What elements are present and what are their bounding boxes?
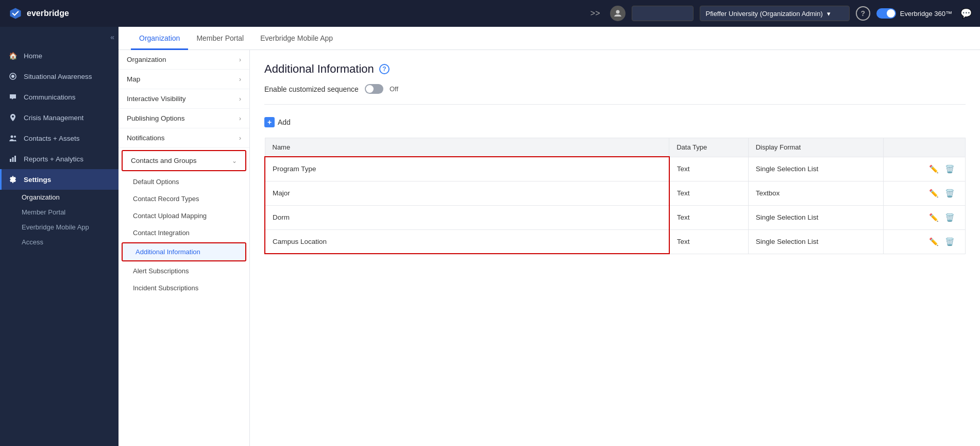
settings-icon <box>8 175 18 184</box>
sec-sidebar-sub-additional-information[interactable]: Additional Information <box>123 243 245 260</box>
sec-sidebar-item-organization[interactable]: Organization › <box>119 50 249 70</box>
cell-data-type-0: Text <box>669 157 749 181</box>
svg-rect-8 <box>14 156 16 162</box>
svg-rect-7 <box>12 157 14 162</box>
main-panel: Additional Information ? Enable customiz… <box>250 50 980 446</box>
table-row: MajorTextTextbox✏️🗑️ <box>265 181 966 205</box>
delete-button-0[interactable]: 🗑️ <box>942 163 958 175</box>
panel-title-row: Additional Information ? <box>264 62 966 76</box>
cell-name-3: Campus Location <box>265 229 669 254</box>
crisis-management-icon <box>8 113 18 122</box>
toggle-label: Enable customized sequence <box>264 85 359 93</box>
cell-actions-1: ✏️🗑️ <box>884 181 966 205</box>
org-dropdown-icon: ▾ <box>827 10 831 18</box>
svg-rect-6 <box>10 159 11 162</box>
sidebar-sub-member-portal[interactable]: Member Portal <box>0 205 119 220</box>
tab-bar: Organization Member Portal Everbridge Mo… <box>119 27 980 50</box>
home-icon: 🏠 <box>8 51 18 60</box>
toggle-row: Enable customized sequence Off <box>264 84 966 105</box>
org-selector[interactable]: Pfieffer University (Organization Admin)… <box>700 6 849 21</box>
sidebar-item-label-reports: Reports + Analytics <box>24 155 83 163</box>
edit-button-3[interactable]: ✏️ <box>926 236 942 248</box>
sec-sidebar-sub-alert-subscriptions[interactable]: Alert Subscriptions <box>119 262 249 279</box>
sidebar-item-home[interactable]: 🏠 Home <box>0 45 119 66</box>
delete-button-1[interactable]: 🗑️ <box>942 187 958 200</box>
sidebar-item-communications[interactable]: Communications <box>0 87 119 107</box>
sidebar-item-situational-awareness[interactable]: Situational Awareness <box>0 66 119 87</box>
chevron-right-icon: › <box>239 56 241 63</box>
tab-everbridge-mobile-app[interactable]: Everbridge Mobile App <box>252 27 341 50</box>
page-content: Organization › Map › Interactive Visibil… <box>119 50 980 446</box>
sidebar-item-label-crisis: Crisis Management <box>24 114 83 122</box>
help-icon[interactable]: ? <box>379 64 390 74</box>
column-header-actions <box>884 138 966 157</box>
sec-sidebar-sub-contact-upload-mapping[interactable]: Contact Upload Mapping <box>119 207 249 224</box>
customized-sequence-toggle[interactable] <box>365 84 383 94</box>
sidebar-collapse-button[interactable]: « <box>0 31 119 45</box>
edit-button-2[interactable]: ✏️ <box>926 211 942 224</box>
main-sidebar: « 🏠 Home Situational Awareness Communica… <box>0 27 119 446</box>
user-select-dropdown[interactable] <box>632 6 694 21</box>
sec-sidebar-item-map[interactable]: Map › <box>119 70 249 89</box>
tab-member-portal[interactable]: Member Portal <box>188 27 252 50</box>
reports-analytics-icon <box>8 154 18 163</box>
sidebar-item-label-home: Home <box>24 52 42 60</box>
sidebar-item-reports-analytics[interactable]: Reports + Analytics <box>0 148 119 169</box>
cell-display-format-2: Single Selection List <box>748 205 884 229</box>
additional-info-table: Name Data Type Display Format Program Ty… <box>264 138 966 254</box>
cell-name-2: Dorm <box>265 205 669 229</box>
sec-sidebar-sub-contact-integration[interactable]: Contact Integration <box>119 224 249 241</box>
help-button[interactable]: ? <box>856 6 870 21</box>
chevron-right-icon: › <box>239 76 241 83</box>
svg-point-3 <box>12 115 14 118</box>
svg-point-4 <box>11 136 13 138</box>
add-button-label: Add <box>278 118 291 126</box>
sec-sidebar-sub-incident-subscriptions[interactable]: Incident Subscriptions <box>119 279 249 296</box>
sec-sidebar-item-notifications[interactable]: Notifications › <box>119 128 249 148</box>
situational-awareness-icon <box>8 72 18 81</box>
sidebar-sub-access[interactable]: Access <box>0 235 119 250</box>
sec-sidebar-item-publishing-options[interactable]: Publishing Options › <box>119 109 249 128</box>
nav-arrows[interactable]: >> <box>590 9 600 18</box>
sidebar-item-label-settings: Settings <box>24 176 51 184</box>
org-label: Pfieffer University (Organization Admin) <box>705 10 822 18</box>
sidebar-item-crisis-management[interactable]: Crisis Management <box>0 107 119 128</box>
delete-button-2[interactable]: 🗑️ <box>942 211 958 224</box>
cell-actions-3: ✏️🗑️ <box>884 229 966 254</box>
sidebar-item-settings[interactable]: Settings <box>0 169 119 190</box>
product-label: Everbridge 360™ <box>900 10 952 18</box>
edit-button-0[interactable]: ✏️ <box>926 163 942 175</box>
add-button[interactable]: + Add <box>264 115 291 129</box>
svg-point-1 <box>11 75 14 78</box>
svg-point-0 <box>616 10 620 14</box>
cell-data-type-2: Text <box>669 205 749 229</box>
sec-sidebar-sub-default-options[interactable]: Default Options <box>119 173 249 190</box>
sidebar-item-contacts-assets[interactable]: Contacts + Assets <box>0 128 119 148</box>
delete-button-3[interactable]: 🗑️ <box>942 236 958 248</box>
logo[interactable]: everbridge <box>8 6 69 21</box>
sidebar-sub-organization[interactable]: Organization <box>0 190 119 205</box>
chevron-right-icon: › <box>239 135 241 142</box>
column-header-name: Name <box>265 138 669 157</box>
contacts-assets-icon <box>8 134 18 143</box>
edit-button-1[interactable]: ✏️ <box>926 187 942 200</box>
content-area: Organization Member Portal Everbridge Mo… <box>119 27 980 446</box>
secondary-sidebar: Organization › Map › Interactive Visibil… <box>119 50 250 446</box>
tab-organization[interactable]: Organization <box>131 27 188 50</box>
chevron-down-icon: ⌄ <box>232 157 237 164</box>
everbridge360-toggle[interactable] <box>876 8 896 19</box>
cell-display-format-3: Single Selection List <box>748 229 884 254</box>
communications-icon <box>8 92 18 102</box>
table-row: Campus LocationTextSingle Selection List… <box>265 229 966 254</box>
sec-sidebar-item-contacts-groups[interactable]: Contacts and Groups ⌄ <box>123 151 245 170</box>
cell-actions-2: ✏️🗑️ <box>884 205 966 229</box>
table-header-row: Name Data Type Display Format <box>265 138 966 157</box>
sec-sidebar-sub-contact-record-types[interactable]: Contact Record Types <box>119 190 249 207</box>
cell-data-type-3: Text <box>669 229 749 254</box>
sec-sidebar-item-interactive-visibility[interactable]: Interactive Visibility › <box>119 89 249 109</box>
product-toggle: Everbridge 360™ <box>876 8 952 19</box>
chat-icon[interactable]: 💬 <box>960 8 972 19</box>
sidebar-sub-everbridge-mobile[interactable]: Everbridge Mobile App <box>0 220 119 235</box>
sidebar-item-label-communications: Communications <box>24 93 76 101</box>
add-icon: + <box>264 117 275 127</box>
